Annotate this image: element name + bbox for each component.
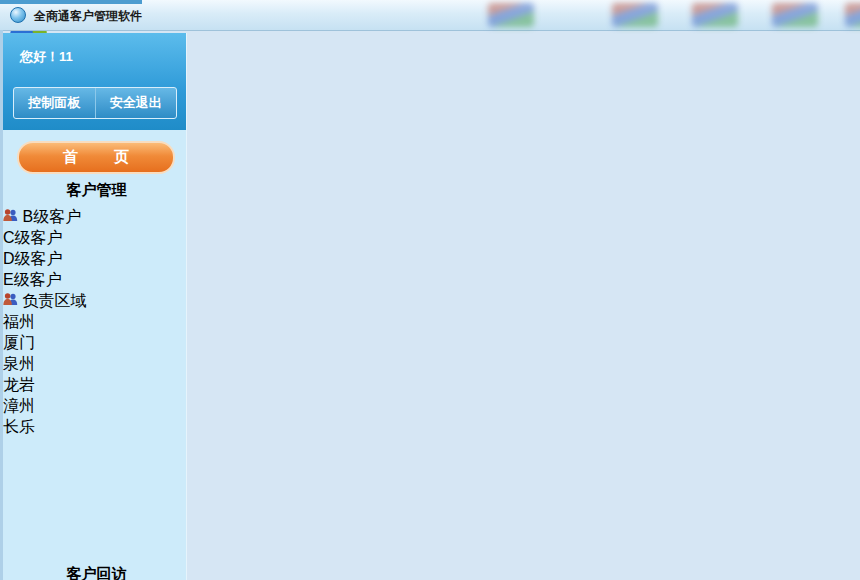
sidebar: 您好！11 控制面板 安全退出 首 页 客户管理 B级客户 C级客户	[3, 33, 187, 580]
window-title: 全商通客户管理软件	[34, 8, 142, 25]
customer-tree: B级客户 C级客户 D级客户 E级客户	[3, 207, 186, 438]
logout-button[interactable]: 安全退出	[96, 88, 177, 118]
tree-item-region-root[interactable]: 负责区域	[3, 291, 186, 312]
users-icon	[3, 208, 22, 225]
app-icon	[10, 7, 26, 23]
control-panel-button[interactable]: 控制面板	[14, 88, 96, 118]
nav-customer-mgmt-button[interactable]: 客户管理	[17, 174, 176, 207]
users-icon	[3, 292, 22, 309]
greeting-text: 您好！11	[20, 48, 73, 66]
nav-home-button[interactable]: 首 页	[17, 141, 175, 174]
tree-item-fuzhou[interactable]: 福州	[3, 312, 186, 333]
tree-item-longyan[interactable]: 龙岩	[3, 375, 186, 396]
nav-customer-visit-button[interactable]: 客户回访	[17, 558, 176, 580]
desktop-icon-ghost	[612, 3, 658, 27]
desktop-icon-ghost	[488, 3, 534, 27]
desktop-icon-ghost	[845, 3, 860, 27]
desktop-icon-ghost	[692, 3, 738, 27]
tree-item-e-level[interactable]: E级客户	[3, 270, 186, 291]
tree-item-d-level[interactable]: D级客户	[3, 249, 186, 270]
tree-item-xiamen[interactable]: 厦门	[3, 333, 186, 354]
sidebar-body: 首 页 客户管理 B级客户 C级客户	[3, 130, 186, 580]
tree-item-c-level[interactable]: C级客户	[3, 228, 186, 249]
tree-item-zhangzhou[interactable]: 漳州	[3, 396, 186, 417]
desktop-icon-ghost	[772, 3, 818, 27]
tree-item-changle[interactable]: 长乐	[3, 417, 186, 438]
background-window-edge	[0, 0, 142, 4]
sidebar-header-buttons: 控制面板 安全退出	[13, 87, 177, 119]
titlebar[interactable]: 全商通客户管理软件	[0, 0, 860, 31]
tree-item-quanzhou[interactable]: 泉州	[3, 354, 186, 375]
tree-item-b-level[interactable]: B级客户	[3, 207, 186, 228]
sidebar-header: 您好！11 控制面板 安全退出	[3, 33, 186, 130]
